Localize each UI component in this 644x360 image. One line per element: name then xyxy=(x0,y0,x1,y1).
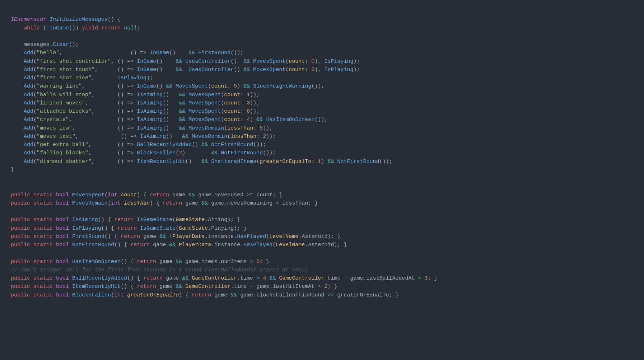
line-moves-spent: public static bool MovesSpent(int count)… xyxy=(11,192,438,298)
line-1: IEnumerator InitializeMessages() { while… xyxy=(11,17,392,173)
code-editor: IEnumerator InitializeMessages() { while… xyxy=(11,7,633,308)
